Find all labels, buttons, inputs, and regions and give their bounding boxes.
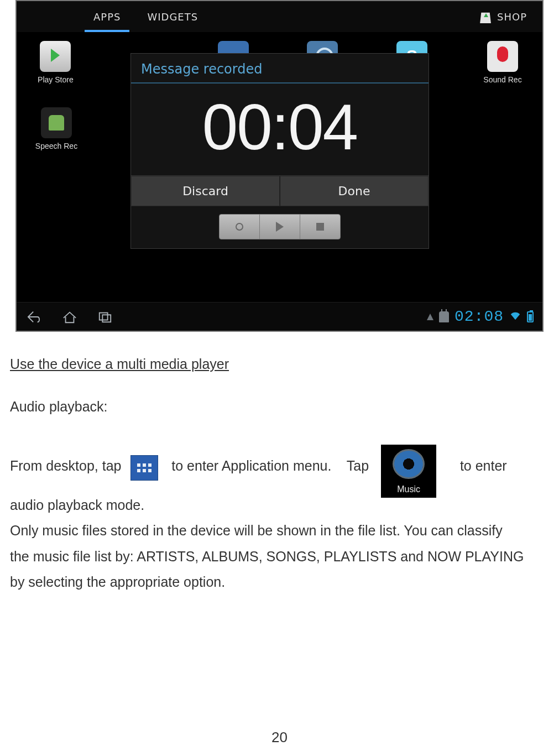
app-play-store-label: Play Store (30, 75, 81, 84)
done-button-label: Done (338, 184, 370, 198)
nav-home-button[interactable] (52, 306, 87, 328)
system-navbar: 02:08 (17, 302, 542, 331)
instruction-line-1: From desktop, tap to enter Application m… (10, 439, 549, 492)
audio-playback-heading: Audio playback: (10, 399, 549, 415)
tab-apps[interactable]: APPS (80, 1, 134, 32)
recording-timer: 00:04 (131, 88, 429, 175)
instruction-line-2: audio playback mode. (10, 492, 549, 518)
tab-apps-label: APPS (93, 11, 121, 23)
music-disc-icon (393, 449, 425, 479)
text-frag-1c: to enter (448, 453, 507, 478)
nav-back-button[interactable] (17, 306, 52, 328)
home-icon (61, 310, 78, 324)
body-para-line-2: the music file list by: ARTISTS, ALBUMS,… (10, 544, 549, 569)
upload-icon (427, 314, 433, 320)
music-app-label: Music (397, 481, 420, 498)
tablet-screenshot: APPS WIDGETS SHOP Play Store (15, 0, 544, 332)
app-drawer-icon (130, 455, 158, 481)
shop-label: SHOP (497, 11, 527, 23)
recent-apps-icon (97, 310, 113, 324)
app-play-store[interactable]: Play Store (30, 41, 81, 107)
battery-icon (527, 311, 534, 322)
tab-widgets-label: WIDGETS (147, 11, 198, 23)
app-speech-rec[interactable]: Speech Rec (30, 107, 83, 150)
stop-button[interactable] (300, 215, 340, 239)
music-app-icon: Music (381, 445, 436, 498)
dialog-title: Message recorded (131, 54, 429, 84)
svg-rect-1 (102, 315, 111, 322)
shop-bag-icon (479, 10, 492, 23)
svg-rect-0 (100, 312, 108, 320)
discard-button-label: Discard (182, 184, 228, 198)
play-icon (276, 222, 284, 232)
transport-controls (219, 214, 341, 239)
done-button[interactable]: Done (280, 176, 429, 206)
discard-button[interactable]: Discard (131, 176, 280, 206)
wifi-icon (509, 310, 521, 324)
stop-icon (316, 223, 324, 231)
status-clock: 02:08 (454, 308, 504, 325)
text-frag-1b: to enter Application menu. Tap (164, 453, 369, 478)
record-icon (236, 223, 243, 231)
app-sound-recorder-label: Sound Rec (476, 75, 529, 84)
android-icon (41, 107, 72, 138)
section-title: Use the device a multi media player (10, 356, 549, 372)
recording-dialog: Message recorded 00:04 Discard Done (130, 53, 429, 249)
android-debug-icon (439, 311, 449, 322)
mic-icon (487, 41, 518, 72)
tab-widgets[interactable]: WIDGETS (134, 1, 211, 32)
shop-button[interactable]: SHOP (479, 10, 542, 23)
body-para-line-3: by selecting the appropriate option. (10, 569, 549, 595)
page-number: 20 (0, 729, 559, 746)
app-speech-rec-label: Speech Rec (30, 142, 83, 150)
status-tray[interactable]: 02:08 (427, 308, 542, 325)
back-icon (26, 310, 43, 324)
play-button[interactable] (260, 215, 300, 239)
app-drawer-tabbar: APPS WIDGETS SHOP (17, 1, 542, 32)
text-frag-1a: From desktop, tap (10, 453, 125, 478)
play-store-icon (40, 41, 71, 72)
nav-recent-button[interactable] (87, 306, 123, 328)
body-para-line-1: Only music files stored in the device wi… (10, 518, 549, 543)
app-sound-recorder[interactable]: Sound Rec (476, 41, 529, 107)
record-button[interactable] (220, 215, 260, 239)
